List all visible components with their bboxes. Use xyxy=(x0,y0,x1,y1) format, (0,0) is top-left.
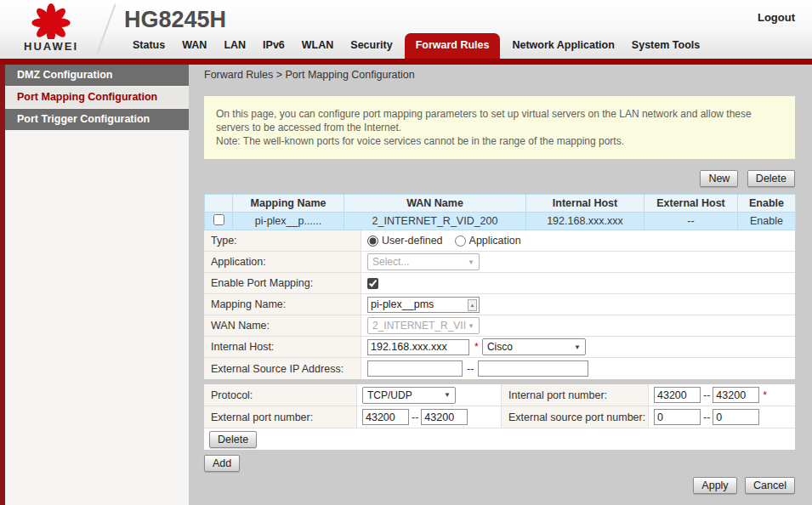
header-divider xyxy=(96,4,116,54)
application-select[interactable]: Select... ▼ xyxy=(367,253,480,270)
protocol-select[interactable]: TCP/UDP ▼ xyxy=(362,387,456,404)
form-label-enable-port-mapping: Enable Port Mapping: xyxy=(204,273,361,293)
form-label-internal-port: Internal port number: xyxy=(502,384,649,406)
required-asterisk: * xyxy=(763,389,767,401)
cell-internal-host: 192.168.xxx.xxx xyxy=(526,213,644,230)
internal-host-input[interactable] xyxy=(367,339,469,355)
table-header-external-host: External Host xyxy=(644,195,738,213)
external-port-from-input[interactable] xyxy=(362,409,409,425)
content-area: Forward Rules > Port Mapping Configurati… xyxy=(189,65,812,505)
external-source-port-to-input[interactable] xyxy=(713,409,759,425)
port-mapping-table: Mapping Name WAN Name Internal Host Exte… xyxy=(204,194,796,230)
external-source-ip-from-input[interactable] xyxy=(367,360,463,377)
huawei-flower-icon xyxy=(31,3,71,39)
nav-tab-ipv6[interactable]: IPv6 xyxy=(254,33,293,59)
table-header-enable: Enable xyxy=(738,195,796,213)
form-field-mapping-name: ▲ xyxy=(361,294,795,315)
delete-protocol-button[interactable]: Delete xyxy=(209,431,257,448)
form-field-protocol: TCP/UDP ▼ xyxy=(357,384,502,406)
table-header-row: Mapping Name WAN Name Internal Host Exte… xyxy=(205,195,796,213)
nav-tab-network-application[interactable]: Network Application xyxy=(503,33,622,59)
router-admin-page: HUAWEI HG8245H Logout Status WAN LAN IPv… xyxy=(0,0,812,505)
nav-tab-lan[interactable]: LAN xyxy=(215,33,254,59)
breadcrumb: Forward Rules > Port Mapping Configurati… xyxy=(189,65,812,86)
cancel-button[interactable]: Cancel xyxy=(745,477,795,494)
internal-host-device-select[interactable]: Cisco ▼ xyxy=(482,338,586,355)
main-nav: Status WAN LAN IPv6 WLAN Security Forwar… xyxy=(124,33,708,59)
range-separator: -- xyxy=(467,363,474,375)
protocol-row-2: External port number: -- External source… xyxy=(204,406,795,428)
internal-port-to-input[interactable] xyxy=(713,387,759,403)
table-header-mapping-name: Mapping Name xyxy=(233,195,344,213)
form-row-application: Application: Select... ▼ xyxy=(204,252,795,273)
form-field-internal-port: -- * xyxy=(649,384,795,406)
page-title: HG8245H xyxy=(124,7,226,33)
nav-tab-status[interactable]: Status xyxy=(124,33,173,59)
cell-wan-name: 2_INTERNET_R_VID_200 xyxy=(344,213,526,230)
delete-button[interactable]: Delete xyxy=(747,170,795,187)
cell-mapping-name: pi-plex__p...... xyxy=(233,213,344,230)
table-header-internal-host: Internal Host xyxy=(526,195,644,213)
logout-button[interactable]: Logout xyxy=(758,11,795,24)
form-row-external-source-ip: External Source IP Address: -- xyxy=(204,358,795,379)
sidebar-item-dmz-configuration[interactable]: DMZ Configuration xyxy=(5,65,189,86)
form-row-mapping-name: Mapping Name: ▲ xyxy=(204,294,795,315)
huawei-logo: HUAWEI xyxy=(14,2,88,56)
sidebar: DMZ Configuration Port Mapping Configura… xyxy=(0,65,189,505)
spinner-icon[interactable]: ▲ xyxy=(468,299,477,311)
external-port-to-input[interactable] xyxy=(421,409,468,425)
radio-application[interactable] xyxy=(455,235,466,247)
nav-tab-system-tools[interactable]: System Tools xyxy=(623,33,708,59)
chevron-down-icon: ▼ xyxy=(574,343,581,351)
apply-button[interactable]: Apply xyxy=(693,477,736,494)
nav-tab-forward-rules[interactable]: Forward Rules xyxy=(405,33,501,59)
cell-enable: Enable xyxy=(738,213,796,230)
protocol-row-1: Protocol: TCP/UDP ▼ Internal port number… xyxy=(204,384,795,406)
external-source-port-from-input[interactable] xyxy=(654,409,701,425)
add-button[interactable]: Add xyxy=(204,455,240,472)
mapping-name-input[interactable] xyxy=(367,297,480,313)
footer-actions: Apply Cancel xyxy=(689,477,795,494)
internal-host-device-value: Cisco xyxy=(487,341,513,353)
form-row-type: Type: User-defined Application xyxy=(204,230,795,252)
form-field-application: Select... ▼ xyxy=(361,252,795,272)
cell-external-host: -- xyxy=(644,213,738,230)
form-field-type: User-defined Application xyxy=(361,230,795,251)
table-header-select xyxy=(205,195,233,213)
chevron-down-icon: ▼ xyxy=(468,322,474,330)
internal-port-from-input[interactable] xyxy=(654,387,701,403)
mapping-name-combo: ▲ xyxy=(367,297,480,313)
form-field-internal-host: * Cisco ▼ xyxy=(361,337,795,357)
form-field-enable-port-mapping xyxy=(361,273,795,293)
info-line-2: Note: The well-known ports for voice ser… xyxy=(216,134,783,148)
radio-user-defined-label: User-defined xyxy=(382,235,443,247)
radio-user-defined[interactable] xyxy=(367,235,378,247)
form-row-wan-name: WAN Name: 2_INTERNET_R_VII ▼ xyxy=(204,315,795,337)
nav-tab-wlan[interactable]: WLAN xyxy=(293,33,343,59)
sidebar-accent-strip xyxy=(0,65,5,505)
form-label-application: Application: xyxy=(204,252,361,272)
form-label-external-source-port: External source port number: xyxy=(502,406,649,428)
sidebar-item-port-mapping-configuration[interactable]: Port Mapping Configuration xyxy=(5,87,189,108)
sidebar-item-port-trigger-configuration[interactable]: Port Trigger Configuration xyxy=(5,109,189,130)
range-separator: -- xyxy=(412,411,418,423)
wan-name-select[interactable]: 2_INTERNET_R_VII ▼ xyxy=(367,317,480,334)
new-button[interactable]: New xyxy=(700,170,738,187)
nav-tab-security[interactable]: Security xyxy=(342,33,400,59)
header: HUAWEI HG8245H Logout Status WAN LAN IPv… xyxy=(0,0,812,59)
form-row-internal-host: Internal Host: * Cisco ▼ xyxy=(204,337,795,358)
cell-select xyxy=(205,213,233,230)
chevron-down-icon: ▼ xyxy=(444,391,451,399)
enable-port-mapping-checkbox[interactable] xyxy=(367,278,378,289)
form-label-external-port: External port number: xyxy=(204,406,357,428)
row-select-checkbox[interactable] xyxy=(213,214,224,225)
form-label-type: Type: xyxy=(204,230,361,251)
table-row[interactable]: pi-plex__p...... 2_INTERNET_R_VID_200 19… xyxy=(205,213,796,230)
application-select-value: Select... xyxy=(372,256,409,268)
wan-name-select-value: 2_INTERNET_R_VII xyxy=(372,320,466,332)
protocol-select-value: TCP/UDP xyxy=(367,389,412,401)
external-source-ip-to-input[interactable] xyxy=(478,360,588,377)
info-line-1: On this page, you can configure port map… xyxy=(216,107,783,134)
table-header-wan-name: WAN Name xyxy=(344,195,526,213)
nav-tab-wan[interactable]: WAN xyxy=(173,33,215,59)
